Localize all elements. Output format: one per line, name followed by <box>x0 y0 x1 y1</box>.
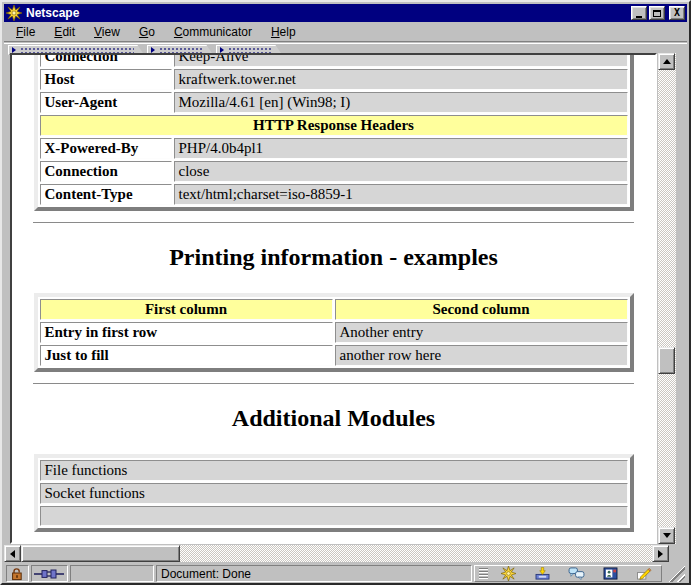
header-name-cell: Connection <box>40 53 172 67</box>
table-row: Host kraftwerk.tower.net <box>40 69 628 90</box>
menu-help[interactable]: Help <box>265 23 302 41</box>
window-title: Netscape <box>26 6 629 20</box>
header-value-cell: Keep-Alive <box>174 53 628 67</box>
arrow-up-icon <box>663 59 671 64</box>
maximize-button[interactable] <box>649 6 665 20</box>
section-header-cell: HTTP Response Headers <box>40 115 628 136</box>
status-message: Document: Done <box>156 565 472 582</box>
horizontal-scrollbar[interactable] <box>4 545 669 562</box>
header-value-cell: text/html;charset=iso-8859-1 <box>174 184 628 205</box>
header-name-cell: Content-Type <box>40 184 172 205</box>
address-book-icon <box>603 567 618 580</box>
arrow-right-icon <box>658 550 663 558</box>
statusbar: Document: Done <box>4 564 687 583</box>
row-label-cell: Just to fill <box>40 345 333 366</box>
header-name-cell: User-Agent <box>40 92 172 113</box>
printing-examples-table: First column Second column Entry in firs… <box>34 293 634 372</box>
horizontal-scrollbar-thumb[interactable] <box>21 545 180 562</box>
minimize-button[interactable] <box>631 6 647 20</box>
table-row: File functions <box>40 460 628 481</box>
minimize-icon <box>636 16 642 18</box>
table-header-row: First column Second column <box>40 299 628 320</box>
table-row: Content-Type text/html;charset=iso-8859-… <box>40 184 628 205</box>
component-bar-grip[interactable] <box>479 567 488 580</box>
table-row <box>40 506 628 526</box>
table-row: Just to fill another row here <box>40 345 628 366</box>
component-bar <box>474 565 663 582</box>
titlebar[interactable]: Netscape X <box>4 4 687 22</box>
table-section-header-row: HTTP Response Headers <box>40 115 628 136</box>
header-value-cell: kraftwerk.tower.net <box>174 69 628 90</box>
table-row: User-Agent Mozilla/4.61 [en] (Win98; I) <box>40 92 628 113</box>
navigator-icon <box>501 566 516 581</box>
menu-edit[interactable]: Edit <box>48 23 81 41</box>
module-cell: File functions <box>40 460 628 481</box>
table-row: Connection close <box>40 161 628 182</box>
security-indicator[interactable] <box>6 565 29 582</box>
table-row: Socket functions <box>40 483 628 504</box>
inbox-button[interactable] <box>529 566 555 581</box>
scroll-down-button[interactable] <box>658 527 675 544</box>
header-name-cell: Host <box>40 69 172 90</box>
composer-icon <box>636 567 652 580</box>
inbox-icon <box>534 567 551 580</box>
header-name-cell: X-Powered-By <box>40 138 172 159</box>
scroll-up-button[interactable] <box>658 53 675 70</box>
section-divider <box>33 222 634 224</box>
window-resize-grip[interactable] <box>664 565 685 582</box>
header-value-cell: close <box>174 161 628 182</box>
close-icon: X <box>674 8 680 18</box>
header-name-cell: Connection <box>40 161 172 182</box>
arrow-left-icon <box>10 550 15 558</box>
document-body: Connection Keep-Alive Host kraftwerk.tow… <box>12 53 655 532</box>
menu-communicator[interactable]: Communicator <box>168 23 258 41</box>
header-value-cell: PHP/4.0b4pl1 <box>174 138 628 159</box>
arrow-down-icon <box>663 533 671 538</box>
row-label-cell: Entry in first row <box>40 322 333 343</box>
printing-section-title: Printing information - examples <box>32 244 635 271</box>
netscape-window: Netscape X File Edit View Go Communicato… <box>0 0 691 585</box>
column-header-cell: First column <box>40 299 333 320</box>
row-value-cell: Another entry <box>335 322 628 343</box>
vertical-scrollbar-thumb[interactable] <box>658 347 675 374</box>
menu-go[interactable]: Go <box>133 23 161 41</box>
close-button[interactable]: X <box>669 6 685 20</box>
discussions-icon <box>568 567 585 580</box>
online-plug-icon <box>34 568 64 580</box>
module-cell: Socket functions <box>40 483 628 504</box>
table-row: Entry in first row Another entry <box>40 322 628 343</box>
module-cell <box>40 506 628 526</box>
scroll-left-button[interactable] <box>4 545 21 562</box>
table-row: X-Powered-By PHP/4.0b4pl1 <box>40 138 628 159</box>
address-book-button[interactable] <box>597 566 623 581</box>
modules-section-title: Additional Modules <box>32 405 635 432</box>
menu-view[interactable]: View <box>88 23 126 41</box>
maximize-icon <box>653 10 661 17</box>
row-value-cell: another row here <box>335 345 628 366</box>
discussions-button[interactable] <box>563 566 589 581</box>
scroll-right-button[interactable] <box>652 545 669 562</box>
security-lock-icon <box>10 567 24 581</box>
browser-viewport: Connection Keep-Alive Host kraftwerk.tow… <box>10 53 657 544</box>
online-status-indicator[interactable] <box>31 565 68 582</box>
progress-bar <box>70 565 154 582</box>
composer-button[interactable] <box>631 566 657 581</box>
http-headers-table: Connection Keep-Alive Host kraftwerk.tow… <box>34 53 634 211</box>
column-header-cell: Second column <box>335 299 628 320</box>
navigator-button[interactable] <box>495 566 521 581</box>
additional-modules-table: File functions Socket functions <box>34 454 634 532</box>
menu-file[interactable]: File <box>10 23 41 41</box>
section-divider <box>33 383 634 385</box>
menubar: File Edit View Go Communicator Help <box>4 23 687 42</box>
netscape-logo-icon[interactable] <box>6 5 22 21</box>
header-value-cell: Mozilla/4.61 [en] (Win98; I) <box>174 92 628 113</box>
table-row: Connection Keep-Alive <box>40 53 628 67</box>
vertical-scrollbar[interactable] <box>658 53 676 544</box>
